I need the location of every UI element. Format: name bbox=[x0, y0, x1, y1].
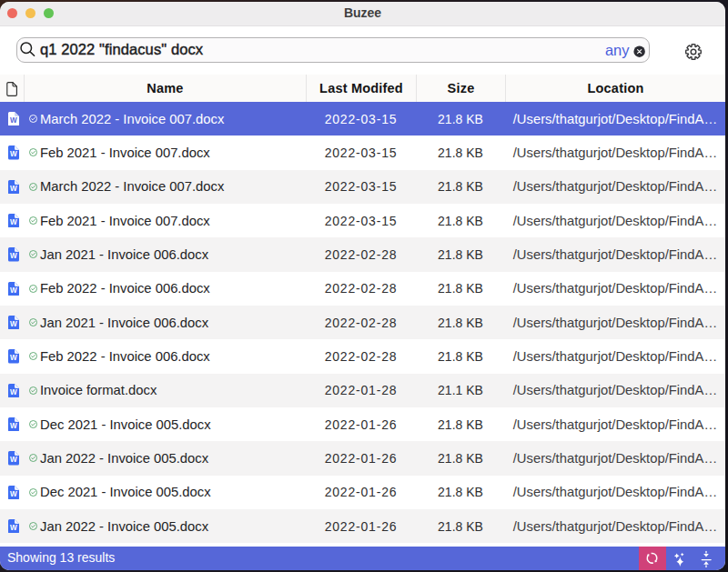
svg-text:W: W bbox=[10, 150, 17, 158]
svg-text:W: W bbox=[10, 456, 17, 464]
svg-text:W: W bbox=[10, 490, 17, 498]
svg-text:W: W bbox=[10, 218, 17, 226]
svg-text:W: W bbox=[10, 252, 17, 260]
svg-text:W: W bbox=[10, 354, 17, 362]
svg-text:W: W bbox=[10, 116, 17, 125]
svg-text:W: W bbox=[10, 286, 17, 295]
svg-text:W: W bbox=[10, 185, 17, 193]
svg-text:W: W bbox=[10, 422, 17, 430]
svg-text:W: W bbox=[10, 320, 17, 328]
svg-text:W: W bbox=[10, 524, 17, 532]
svg-text:W: W bbox=[10, 388, 17, 396]
